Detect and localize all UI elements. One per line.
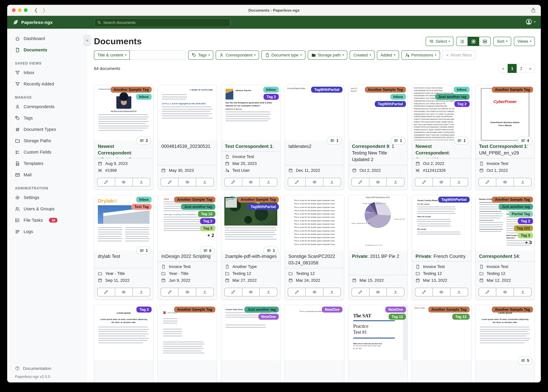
tag-badge[interactable]: Another Sample Tag — [365, 87, 406, 93]
document-thumbnail[interactable]: This is a multi page document. Page 1. N… — [285, 305, 344, 360]
document-correspondent[interactable]: Private — [352, 254, 367, 259]
search-input[interactable]: Search documents — [94, 18, 230, 27]
tag-badge[interactable]: Inbox — [136, 94, 152, 100]
sidebar-item-dashboard[interactable]: Dashboard — [7, 33, 87, 44]
filter-button-tags[interactable]: Tags▾ — [188, 50, 213, 60]
document-title-block[interactable]: Correspondent 14: Review-of-New-York-Fed… — [476, 250, 534, 261]
view-detail-button[interactable] — [479, 37, 491, 46]
share-icon[interactable] — [531, 7, 536, 13]
document-card[interactable]: French Country BreadFor the Leaven Make … — [411, 195, 471, 300]
view-document-button[interactable] — [178, 178, 196, 186]
document-title-block[interactable]: Private: 2011 BP Pie 2 — [348, 250, 407, 275]
document-correspondent[interactable]: Newest Correspondent — [416, 144, 449, 155]
comment-count-pill[interactable]: 1 — [454, 137, 469, 145]
comment-count-pill[interactable]: 5 — [518, 357, 533, 364]
sidebar-item-storage-paths[interactable]: Storage Paths — [7, 135, 87, 147]
tag-badge[interactable]: Tag 3 — [200, 225, 215, 231]
document-card[interactable]: Medical Teacher Has the new Kirkpatrick … — [221, 85, 281, 190]
edit-document-button[interactable] — [224, 178, 242, 186]
tag-badge[interactable]: TagWithPartial — [438, 196, 470, 203]
document-card[interactable]: The SAT Practice Test #1 Make time to ta… — [348, 305, 408, 382]
document-thumbnail[interactable]: Medical Teacher Has the new Kirkpatrick … — [221, 85, 281, 140]
view-document-button[interactable] — [369, 178, 387, 186]
document-title-block[interactable]: 0004814539_20230531 — [158, 140, 217, 165]
download-document-button[interactable] — [132, 288, 150, 296]
document-title-block[interactable] — [94, 360, 153, 382]
edit-document-button[interactable] — [478, 178, 496, 186]
view-document-button[interactable] — [178, 288, 196, 296]
tag-badge[interactable]: Another Sample Tag — [428, 307, 469, 313]
sidebar-item-tags[interactable]: Tags — [7, 112, 87, 124]
sidebar-item-settings[interactable]: Settings — [7, 192, 87, 203]
download-document-button[interactable] — [323, 178, 341, 186]
edit-document-button[interactable] — [97, 178, 115, 186]
tag-badge[interactable]: Tag 222 — [514, 225, 533, 231]
document-card[interactable]: Contact Sheet Demo Just another tagNewOn… — [221, 305, 281, 382]
document-title-block[interactable] — [348, 360, 407, 382]
tag-badge[interactable]: Another Sample Tag — [492, 196, 533, 203]
sidebar-item-recently-added[interactable]: Recently Added — [7, 78, 87, 90]
document-correspondent[interactable]: Private — [416, 254, 431, 259]
tag-badge[interactable]: Tag 2 — [137, 307, 152, 313]
filter-button-permissions[interactable]: Permissions▾ — [401, 50, 440, 60]
sidebar-item-document-types[interactable]: Document Types — [7, 124, 87, 135]
view-document-button[interactable] — [433, 288, 450, 296]
view-document-button[interactable] — [305, 288, 323, 296]
filter-button-storage-path[interactable]: Storage path▾ — [308, 50, 347, 60]
tag-badge[interactable]: TagWithPartial — [375, 101, 406, 107]
tag-badge[interactable]: Just another tag — [245, 307, 279, 313]
sidebar-item-templates[interactable]: Templates — [7, 158, 87, 169]
sidebar-item-logs[interactable]: Logs — [7, 226, 87, 237]
document-thumbnail[interactable]: Review of Arbitral Awards The ResultsRel… — [476, 195, 534, 250]
tag-badge[interactable]: Test Tag — [131, 204, 152, 210]
edit-document-button[interactable] — [288, 288, 306, 296]
filter-button-correspondent[interactable]: Correspondent▾ — [216, 50, 259, 60]
tag-badge[interactable]: Inbox — [390, 94, 406, 100]
document-thumbnail[interactable]: This is a test Another Sample TagTag 12 — [412, 305, 471, 360]
tag-badge[interactable]: Another Sample Tag — [238, 196, 279, 203]
tag-badge[interactable]: Another Sample Tag — [492, 307, 533, 313]
tag-badge[interactable]: TagWithPartial — [248, 204, 279, 210]
tag-badge[interactable]: Tag 2 — [518, 218, 533, 224]
document-card[interactable]: ✳ BANK OF SCOTLAND 2,0 % p. a. auf Ihr T… — [158, 85, 217, 190]
tag-badge[interactable]: Partial Tag — [509, 211, 533, 217]
document-thumbnail[interactable]: DrylabN InboxTest Tag — [94, 195, 153, 250]
document-title-block[interactable] — [158, 360, 217, 382]
filter-text-input[interactable] — [130, 50, 186, 60]
view-document-button[interactable] — [242, 288, 260, 296]
view-document-button[interactable] — [496, 178, 514, 186]
document-card[interactable]: Lorem ipsumLorem ipsum dolor sit amet, c… — [475, 305, 535, 382]
tag-badge[interactable]: Inbox — [454, 87, 469, 93]
filter-button-document-type[interactable]: Document type▾ — [261, 50, 305, 60]
download-document-button[interactable] — [514, 288, 532, 296]
document-card[interactable]: Adobe InDesign Scripting Documentation A… — [158, 195, 217, 300]
tag-badge[interactable]: Tag 12 — [452, 314, 469, 320]
document-thumbnail[interactable]: This is a test for the double space char… — [285, 195, 344, 250]
document-thumbnail[interactable]: Test Name Another Sample Tag — [158, 305, 217, 360]
document-title-block[interactable] — [412, 360, 471, 382]
document-correspondent[interactable]: Newest Correspondent — [98, 144, 131, 155]
document-thumbnail[interactable]: Contact Sheet Demo Just another tagNewOn… — [221, 305, 281, 360]
download-document-button[interactable] — [514, 178, 532, 186]
edit-document-button[interactable] — [415, 178, 433, 186]
edit-document-button[interactable] — [161, 178, 179, 186]
document-thumbnail[interactable]: Patient BP Distribution 2011 Isolated Sy… — [348, 195, 407, 250]
comment-count-pill[interactable]: 1 — [391, 137, 405, 145]
tag-badge[interactable]: Tag 2 — [264, 94, 279, 100]
view-document-button[interactable] — [115, 288, 133, 296]
view-document-button[interactable] — [115, 178, 133, 186]
filter-button-added[interactable]: Added▾ — [377, 50, 399, 60]
document-title-block[interactable]: Sonstige ScanPC2022 03-24_081058 — [285, 250, 344, 268]
pagination-next-button[interactable]: » — [526, 64, 535, 73]
view-grid-button[interactable] — [468, 37, 479, 46]
document-card[interactable]: Boundary Waters Trip Another Sample TagT… — [221, 195, 281, 300]
edit-document-button[interactable] — [478, 288, 496, 296]
pagination-prev-button[interactable]: « — [499, 64, 508, 73]
edit-document-button[interactable] — [161, 288, 179, 296]
document-card[interactable]: Test Name Another Sample Tag — [158, 305, 217, 382]
select-button[interactable]: Select▾ — [426, 37, 454, 46]
tag-badge[interactable]: Tag 2 — [454, 101, 469, 107]
edit-document-button[interactable] — [288, 178, 306, 186]
sidebar-collapse-button[interactable]: « — [84, 35, 91, 45]
document-card[interactable]: CyberPowerPowerPanel® Business EditionUs… — [475, 85, 535, 190]
